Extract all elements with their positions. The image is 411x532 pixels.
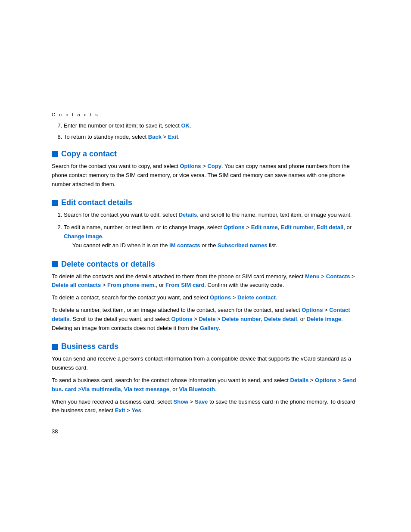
section-icon-business [52, 344, 58, 350]
options-link-6: Options [315, 377, 336, 383]
section-title-edit: Edit contact details [52, 198, 359, 207]
subscribed-names-link: Subscribed names [218, 242, 268, 249]
section-icon-delete [52, 261, 58, 267]
delete-contact-link: Delete contact [237, 294, 276, 301]
exit-link-1: Exit [168, 134, 178, 140]
section-copy-contact: Copy a contact Search for the contact yo… [52, 149, 359, 189]
via-multimedia-link: Via multimedia [81, 386, 121, 392]
menu-link: Menu [305, 273, 320, 280]
page-number: 38 [52, 428, 359, 435]
contacts-link: Contacts [326, 273, 350, 280]
delete-link: Delete [199, 316, 215, 322]
options-link-4: Options [302, 307, 323, 313]
section-business-cards: Business cards You can send and receive … [52, 342, 359, 415]
business-text-2: To send a business card, search for the … [52, 376, 359, 394]
change-image-link: Change image [64, 233, 102, 240]
delete-number-link: Delete number [222, 316, 261, 322]
copy-link: Copy [207, 163, 221, 169]
section-edit-contact: Edit contact details Search for the cont… [52, 198, 359, 250]
save-link: Save [195, 398, 208, 405]
edit-number-link: Edit number [281, 224, 314, 230]
heading-copy-contact: Copy a contact [61, 149, 117, 159]
gallery-link: Gallery [200, 325, 219, 331]
step-8: To return to standby mode, select Back >… [64, 133, 359, 141]
edit-step-1: Search for the contact you want to edit,… [64, 211, 359, 220]
page: C o n t a c t s Enter the number or text… [0, 0, 411, 532]
section-icon-copy [52, 151, 58, 157]
show-link: Show [174, 398, 189, 405]
exit-link-2: Exit [115, 407, 125, 414]
section-title-business: Business cards [52, 342, 359, 351]
details-link-2: Details [290, 377, 309, 383]
delete-text-2: To delete a contact, search for the cont… [52, 293, 359, 302]
delete-detail-link: Delete detail [264, 316, 297, 322]
edit-detail-link: Edit detail [317, 224, 343, 230]
copy-contact-text: Search for the contact you want to copy,… [52, 162, 359, 189]
business-text-1: You can send and receive a person's cont… [52, 355, 359, 373]
back-link: Back [148, 134, 162, 140]
section-delete-contacts: Delete contacts or details To delete all… [52, 260, 359, 333]
heading-delete-contacts: Delete contacts or details [61, 260, 155, 269]
contacts-label: C o n t a c t s [52, 112, 359, 117]
delete-all-link: Delete all contacts [52, 282, 101, 288]
intro-steps: Enter the number or text item; to save i… [56, 121, 359, 141]
step-7: Enter the number or text item; to save i… [64, 121, 359, 130]
im-contacts-link: IM contacts [169, 242, 200, 249]
delete-text-3: To delete a number, text item, or an ima… [52, 306, 359, 333]
heading-edit-contact: Edit contact details [61, 198, 132, 207]
edit-step-2: To edit a name, number, or text item, or… [64, 223, 359, 250]
business-text-3: When you have received a business card, … [52, 398, 359, 416]
heading-business-cards: Business cards [61, 342, 118, 351]
section-title-copy: Copy a contact [52, 149, 359, 159]
section-icon-edit [52, 200, 58, 206]
via-text-message-link: Via text message [124, 386, 169, 392]
edit-step-2-indent: You cannot edit an ID when it is on the … [72, 241, 359, 250]
details-link-1: Details [179, 212, 197, 218]
options-link-2: Options [224, 224, 245, 230]
yes-link: Yes [131, 407, 141, 414]
from-sim-card-link: From SIM card [165, 282, 204, 288]
section-title-delete: Delete contacts or details [52, 260, 359, 269]
via-bluetooth-link: Via Bluetooth [179, 386, 215, 392]
edit-contact-steps: Search for the contact you want to edit,… [56, 211, 359, 250]
options-link-3: Options [210, 294, 231, 301]
delete-image-link: Delete image [307, 316, 341, 322]
edit-name-link: Edit name [251, 224, 278, 230]
options-link-5: Options [171, 316, 193, 322]
from-phone-mem-link: From phone mem. [107, 282, 156, 288]
delete-text-1: To delete all the contacts and the detai… [52, 272, 359, 290]
ok-link: OK [181, 122, 190, 129]
options-link-1: Options [180, 163, 201, 169]
